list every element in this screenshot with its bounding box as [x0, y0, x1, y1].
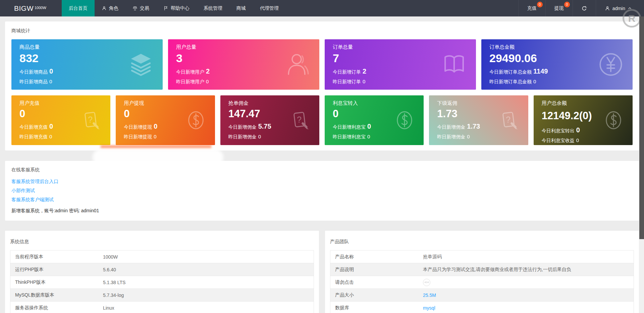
menu-item-label: 交易 [140, 5, 149, 11]
table-row: MySQL数据库版本 5.7.34-log [10, 289, 314, 302]
flag-icon [163, 6, 168, 11]
product-team-table: 产品名称 抢单源码 产品说明 本产品只为学习测试交流,请勿要做商业或者用于违法行… [330, 250, 634, 313]
menu-item[interactable]: 帮助中心 [156, 0, 197, 16]
user-menu[interactable]: admin [596, 0, 641, 16]
nav-action-label: 充值 [527, 5, 537, 11]
menu-item[interactable]: 代理管理 [253, 0, 286, 16]
table-row: 产品名称 抢单源码 [330, 251, 634, 263]
stat-card[interactable]: 用户总量 3 今日新增用户2 昨日新增用户0 [168, 39, 319, 90]
row-value: 25.5M [418, 289, 634, 302]
menu-item[interactable]: 后台首页 [62, 0, 95, 16]
menu-item-label: 后台首页 [69, 5, 88, 11]
menu-item[interactable]: 交易 [125, 0, 156, 16]
mall-stats-panel: 商城统计 商品总量 832 今日新增商品0 昨日新增商品0 用户总量 3 今日新… [5, 21, 639, 150]
row-label: 产品名称 [330, 251, 418, 263]
stat-card-title: 用户总量 [176, 44, 319, 50]
row-label: 数据库 [330, 302, 418, 313]
value-link[interactable]: mysql [423, 305, 435, 311]
panel-title: 系统信息 [10, 239, 314, 245]
online-service-panel: 在线客服系统 客服系统管理后台入口 小部件测试 客服系统客户端测试 新增客服系统… [5, 161, 639, 221]
stat-card-yesterday: 昨日新增利息宝0 [333, 134, 424, 140]
stat-card[interactable]: 利息宝转入 0 今日新增利息宝0 昨日新增利息宝0 [325, 95, 424, 145]
menu-item[interactable]: 系统管理 [197, 0, 229, 16]
row-value: 本产品只为学习测试交流,请勿要做商业或者用于违法行为,一切后果自负 [418, 263, 634, 276]
stat-card-today: 今日新增用户2 [176, 68, 319, 75]
product-team-panel: 产品团队 产品名称 抢单源码 产品说明 [325, 231, 639, 313]
stat-card-title: 抢单佣金 [228, 100, 319, 106]
row-value: 404 [418, 276, 634, 289]
service-account-note: 新增客服系统，账号:admin 密码: admin01 [11, 208, 633, 216]
stat-card-yesterday: 昨日新增用户0 [176, 79, 319, 85]
service-link[interactable]: 小部件测试 [11, 186, 35, 195]
value-link[interactable]: 25.5M [423, 293, 436, 298]
stat-card[interactable]: 订单总量 7 今日新增订单2 昨日新增订单0 [325, 39, 476, 90]
app-logo[interactable]: BIGW 1000W [0, 0, 62, 16]
page-scrollbar[interactable] [639, 16, 644, 313]
table-row: 当前程序版本 1000W [10, 251, 314, 263]
refresh-button[interactable] [573, 0, 596, 16]
stat-card[interactable]: 订单总金额 29490.06 今日新增订单总金额1149 昨日新增订单总金额0 [481, 39, 633, 90]
stat-card[interactable]: 商品总量 832 今日新增商品0 昨日新增商品0 [11, 39, 163, 90]
stat-card-title: 用户提现 [124, 100, 215, 106]
stat-card[interactable]: 抢单佣金 147.47 今日新增佣金5.75 昨日新增佣金0 ? [220, 95, 319, 145]
menu-item-label: 帮助中心 [171, 5, 190, 11]
table-row: 产品说明 本产品只为学习测试交流,请勿要做商业或者用于违法行为,一切后果自负 [330, 263, 634, 276]
username-label: admin [612, 6, 625, 11]
stat-card-title: 下级返佣 [437, 100, 528, 106]
stat-card-title: 商品总量 [19, 44, 163, 50]
page-content: 商城统计 商品总量 832 今日新增商品0 昨日新增商品0 用户总量 3 今日新… [0, 21, 644, 313]
main-menu: 后台首页 角色 交易 帮助中心 系统管理 [62, 0, 286, 16]
service-links: 客服系统管理后台入口 小部件测试 客服系统客户端测试 [11, 177, 633, 204]
stat-card-title: 用户总余额 [542, 100, 633, 106]
table-row: 产品大小 25.5M [330, 289, 634, 302]
stat-card-value: 3 [176, 52, 319, 64]
menu-item[interactable]: 商城 [229, 0, 253, 16]
panel-title: 在线客服系统 [11, 167, 633, 173]
top-navbar: BIGW 1000W 后台首页 角色 交易 帮助中心 [0, 0, 644, 16]
service-link[interactable]: 客服系统客户端测试 [11, 195, 54, 204]
count-badge: 0 [537, 2, 543, 7]
stat-card[interactable]: 用户充值 0 今日新增充值0 昨日新增充值0 ? [11, 95, 110, 145]
stat-card-value: 7 [333, 52, 476, 64]
stat-card-value: 0 [333, 108, 424, 120]
stat-card-value: 0 [19, 108, 110, 120]
stat-card-yesterday: 昨日新增订单0 [333, 79, 476, 85]
stat-card-value: 12149.2(0) [542, 110, 633, 123]
stat-cards-row-1: 商品总量 832 今日新增商品0 昨日新增商品0 用户总量 3 今日新增用户2 … [11, 39, 633, 90]
stat-card-today: 今日新增利息宝0 [333, 123, 424, 130]
stat-card-yesterday: 昨日新增商品0 [19, 79, 163, 85]
nav-action-button[interactable]: 充值 0 [518, 0, 545, 16]
scrollbar-thumb[interactable] [639, 16, 644, 239]
service-link[interactable]: 客服系统管理后台入口 [11, 177, 58, 186]
row-value: 抢单源码 [418, 251, 634, 263]
stat-card-today: 今日新增提现0 [124, 123, 215, 130]
menu-item[interactable]: 角色 [95, 0, 125, 16]
row-label: 当前程序版本 [10, 251, 98, 263]
row-value: Linux [98, 302, 314, 313]
menu-item-label: 商城 [236, 5, 246, 11]
menu-item-label: 代理管理 [260, 5, 279, 11]
system-info-panel: 系统信息 当前程序版本 1000W 运行PHP版本 [5, 231, 319, 313]
row-label: 服务器操作系统 [10, 302, 98, 313]
stat-card-yesterday: 今日利息宝收益0 [542, 137, 633, 144]
stat-card-title: 订单总量 [333, 44, 476, 50]
stat-card-today: 今日利息宝转出0 [542, 126, 633, 134]
nav-action-button[interactable]: 提现 0 [545, 0, 573, 16]
row-label: 产品大小 [330, 289, 418, 302]
row-label: 运行PHP版本 [10, 263, 98, 276]
stat-card-title: 订单总金额 [489, 44, 633, 50]
stat-card[interactable]: 用户提现 0 今日新增提现0 昨日新增提现0 [116, 95, 215, 145]
stat-card-yesterday: 昨日新增佣金0 [228, 134, 319, 140]
stat-card-today: 今日新增佣金1.73 [437, 123, 528, 130]
stat-card-value: 1.73 [437, 108, 528, 120]
stat-card-title: 用户充值 [19, 100, 110, 106]
bottom-panels: 系统信息 当前程序版本 1000W 运行PHP版本 [5, 231, 639, 313]
row-label: 产品说明 [330, 263, 418, 276]
count-badge: 0 [564, 2, 570, 7]
stat-card-yesterday: 昨日新增订单总金额0 [489, 79, 633, 85]
stat-card[interactable]: 下级返佣 1.73 今日新增佣金1.73 昨日新增佣金0 ? [429, 95, 528, 145]
stat-card[interactable]: 用户总余额 12149.2(0) 今日利息宝转出0 今日利息宝收益0 [534, 95, 633, 145]
navbar-actions: 充值 0 提现 0 admin [518, 0, 641, 16]
stat-card-value: 147.47 [228, 108, 319, 120]
broken-image-404-icon: 404 [423, 279, 430, 286]
